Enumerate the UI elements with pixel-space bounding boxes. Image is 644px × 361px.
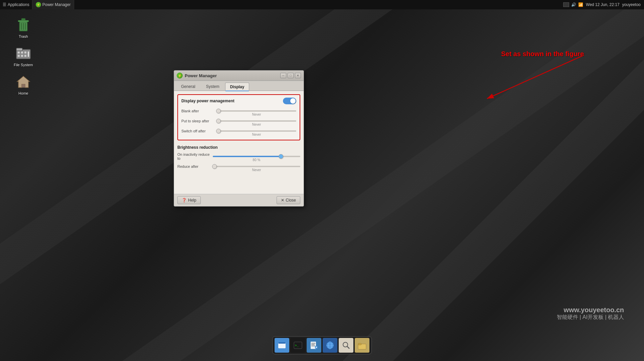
reduce-after-thumb[interactable] — [212, 164, 217, 169]
switch-off-value: Never — [252, 133, 261, 136]
svg-rect-13 — [24, 55, 26, 57]
desktop-icon-trash[interactable]: Trash — [10, 15, 37, 40]
close-window-button[interactable]: ✕ — [295, 73, 301, 78]
help-icon: ❓ — [182, 198, 187, 203]
desktop-icon-filesystem[interactable]: File System — [10, 43, 37, 69]
window-controls: ─ □ ✕ — [280, 73, 301, 78]
switch-off-thumb[interactable] — [216, 129, 221, 133]
reduce-after-slider[interactable]: Never — [213, 162, 300, 170]
sleep-after-row: Put to sleep after Never — [181, 117, 296, 125]
watermark: www.youyeetoo.cn 智能硬件 | AI开发板 | 机器人 — [557, 306, 624, 321]
taskbar-files[interactable] — [275, 338, 289, 353]
brightness-section: Brightness reduction On inactivity reduc… — [177, 144, 300, 174]
system-tray: 🔊 📶 Wed 12 Jun, 22:17 youyeetoo — [560, 2, 644, 7]
blank-after-value: Never — [252, 113, 261, 116]
blank-after-thumb[interactable] — [216, 109, 221, 113]
power-manager-icon: ⚡ — [36, 2, 41, 7]
trash-icon — [15, 17, 31, 33]
svg-rect-24 — [311, 343, 315, 344]
switch-off-row: Switch off after Never — [181, 127, 296, 135]
sleep-after-value: Never — [252, 123, 261, 126]
power-manager-dialog: ⚡ Power Manager ─ □ ✕ General System Dis… — [174, 70, 304, 207]
taskbar-folder[interactable] — [355, 338, 369, 353]
inactivity-reduce-label: On inactivity reduce to — [177, 152, 211, 160]
reduce-after-row: Reduce after Never — [177, 162, 300, 170]
reduce-after-label: Reduce after — [177, 164, 211, 168]
dialog-titlebar: ⚡ Power Manager ─ □ ✕ — [174, 71, 304, 81]
dialog-title: Power Manager — [185, 73, 217, 78]
taskbar-bottom: >_ — [272, 336, 372, 354]
svg-rect-9 — [21, 51, 23, 53]
svg-rect-38 — [358, 343, 361, 345]
svg-rect-25 — [311, 344, 315, 345]
inactivity-reduce-row: On inactivity reduce to 80 % — [177, 152, 300, 160]
maximize-button[interactable]: □ — [288, 73, 294, 78]
inactivity-reduce-slider[interactable]: 80 % — [213, 152, 300, 160]
home-icon — [15, 74, 31, 90]
blank-after-row: Blank after Never — [181, 107, 296, 115]
switch-off-label: Switch off after — [181, 129, 215, 133]
svg-rect-2 — [21, 18, 25, 20]
filesystem-icon — [15, 45, 31, 62]
taskbar-browser[interactable] — [323, 338, 337, 353]
trash-label: Trash — [19, 34, 28, 38]
brightness-title: Brightness reduction — [177, 145, 300, 150]
display-power-toggle[interactable] — [283, 98, 296, 104]
annotation-label: Set as shown in the figure — [501, 50, 584, 57]
switch-off-slider[interactable]: Never — [217, 127, 296, 135]
display-power-section: Display power management Blank after Nev… — [177, 94, 300, 140]
close-button[interactable]: ✕ Close — [277, 196, 300, 204]
svg-rect-11 — [18, 55, 20, 57]
taskbar-top: ☰ Applications ⚡ Power Manager 🔊 📶 Wed 1… — [0, 0, 644, 9]
home-label: Home — [18, 91, 28, 95]
blank-after-slider[interactable]: Never — [217, 107, 296, 115]
applications-menu[interactable]: ☰ Applications — [0, 0, 32, 9]
username: youyeetoo — [622, 2, 641, 7]
tab-general[interactable]: General — [176, 82, 200, 91]
svg-text:>_: >_ — [295, 344, 299, 347]
close-icon: ✕ — [281, 198, 284, 203]
help-button[interactable]: ❓ Help — [177, 196, 201, 204]
filesystem-label: File System — [14, 63, 33, 67]
toggle-knob — [290, 98, 296, 104]
taskbar-terminal[interactable]: >_ — [291, 338, 305, 353]
svg-rect-7 — [16, 48, 22, 51]
sleep-after-track — [217, 120, 296, 122]
tab-system[interactable]: System — [201, 82, 224, 91]
svg-rect-26 — [311, 346, 315, 346]
inactivity-reduce-thumb[interactable] — [279, 154, 283, 159]
desktop-icon-home[interactable]: Home — [10, 72, 37, 97]
dialog-app-icon: ⚡ — [177, 73, 183, 79]
svg-rect-16 — [22, 84, 25, 88]
svg-line-36 — [347, 346, 349, 349]
active-app-tab[interactable]: ⚡ Power Manager — [32, 0, 74, 9]
system-icons: 🔊 📶 — [563, 2, 583, 7]
dialog-content: Display power management Blank after Nev… — [174, 91, 304, 194]
reduce-after-value: Never — [252, 168, 261, 172]
svg-line-18 — [487, 55, 584, 99]
minimize-button[interactable]: ─ — [280, 73, 286, 78]
svg-rect-20 — [278, 342, 286, 344]
tab-display[interactable]: Display — [225, 83, 250, 91]
taskbar-editor[interactable] — [307, 338, 321, 353]
watermark-url: www.youyeetoo.cn — [557, 306, 624, 314]
sleep-after-slider[interactable]: Never — [217, 117, 296, 125]
svg-point-35 — [343, 342, 348, 347]
inactivity-reduce-track — [213, 156, 300, 157]
audio-icon: 🔊 — [571, 2, 576, 7]
sleep-after-thumb[interactable] — [216, 119, 221, 123]
svg-rect-10 — [24, 51, 26, 53]
inactivity-reduce-fill — [213, 156, 281, 157]
blank-after-label: Blank after — [181, 109, 215, 113]
dialog-footer: ❓ Help ✕ Close — [174, 194, 304, 206]
blank-after-track — [217, 110, 296, 112]
applications-label[interactable]: ☰ Applications — [3, 2, 29, 7]
titlebar-left: ⚡ Power Manager — [177, 73, 217, 79]
watermark-subtitle: 智能硬件 | AI开发板 | 机器人 — [557, 314, 624, 321]
network-icon: 📶 — [578, 2, 583, 7]
taskbar-search[interactable] — [339, 338, 353, 353]
display-power-title: Display power management — [181, 99, 234, 103]
svg-rect-1 — [18, 20, 29, 22]
help-label: Help — [188, 198, 196, 203]
display-power-header: Display power management — [181, 98, 296, 104]
